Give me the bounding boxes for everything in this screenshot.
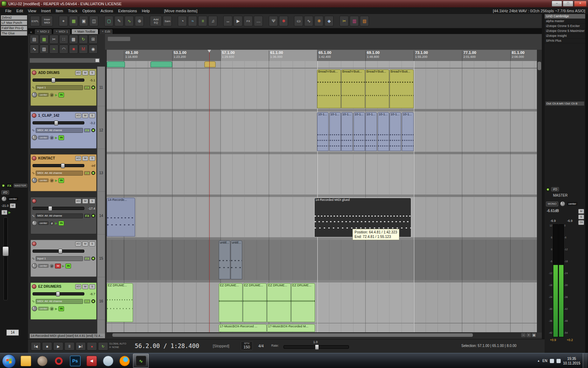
monitor-icon[interactable]: ▢ (104, 16, 113, 26)
track-panel-11[interactable]: ADD DRUMSI/OMS-5.1∿Input 1FXcenterø▶IN (30, 69, 97, 106)
master-gain-readout[interactable]: -6.61dB (547, 209, 559, 213)
track-number[interactable]: 16 (97, 282, 105, 320)
dots-icon[interactable]: ∷ (59, 35, 68, 44)
misc-icon[interactable]: ▧ (360, 16, 369, 26)
horizontal-scrollbar[interactable]: − + ▣ (107, 333, 537, 338)
media-item[interactable]: 10-1... (378, 112, 389, 151)
piano-roll-icon[interactable]: ♫ (208, 16, 217, 26)
monitor-play-icon[interactable]: ▶ (62, 264, 64, 268)
scroll-box[interactable] (96, 59, 99, 62)
firefox-taskbar-button[interactable] (117, 354, 132, 368)
scissors-icon[interactable]: ✂ (49, 35, 58, 44)
go-to-end-button[interactable]: ▶I (76, 342, 86, 350)
master-power-icon[interactable] (546, 188, 550, 191)
phase-button[interactable]: ø (50, 178, 54, 183)
track-input-selector[interactable]: Input 1 (36, 256, 83, 261)
matrix-icon[interactable]: ▩ (69, 35, 78, 44)
track-panel-13[interactable]: KONTACTI/OMS-inf∿MIDI: All: All channeFX… (30, 154, 97, 191)
maximize-button[interactable]: □ (563, 1, 573, 7)
track-input-selector[interactable]: MIDI: All: All channe (36, 171, 83, 176)
record-mode-icon[interactable]: ✱ (279, 16, 288, 26)
pause-button[interactable]: II (64, 342, 75, 350)
zoom-icon[interactable]: ⊕ (135, 16, 144, 26)
record-arm-button[interactable] (32, 70, 36, 75)
record-arm-button[interactable] (32, 156, 36, 161)
track-panel-12[interactable]: 1_CLAP_142I/OMS-3.2∿MIDI: All: All chann… (30, 111, 97, 149)
track-volume-slider[interactable] (33, 292, 84, 295)
track-io-button[interactable]: I/O (75, 241, 81, 246)
pan-knob[interactable] (32, 178, 37, 183)
tray-expand-icon[interactable]: ▲ (537, 359, 540, 362)
menu-view[interactable]: View (26, 9, 39, 13)
fx-power-icon[interactable] (91, 171, 95, 175)
transport-time-display[interactable]: 56.2.00 / 1:28.400 (135, 342, 199, 349)
track-volume-slider[interactable] (33, 164, 84, 167)
track-volume-slider[interactable] (33, 121, 84, 124)
track-mute-button[interactable]: M (82, 113, 88, 118)
track-mute-button[interactable]: M (82, 241, 88, 246)
master-routing-readout[interactable]: Out: Ch A left / Out: Ch B (545, 101, 584, 106)
master-fx-item[interactable]: SPAN Plus (545, 39, 585, 43)
track-number[interactable]: 15 (97, 240, 105, 277)
track-volume-slider[interactable] (33, 79, 84, 82)
master-io-button[interactable]: I/O (1, 190, 9, 195)
track-volume-slider[interactable] (33, 250, 84, 253)
sampler-button[interactable]: Sam (163, 16, 172, 26)
marquee-icon[interactable]: ▧ (40, 45, 49, 54)
audio-status-readout[interactable]: [44.1kHz 24bit WAV : 0/2ch 256spls ~7.7/… (493, 9, 585, 13)
fx-power-icon[interactable] (91, 214, 95, 218)
tab-edit[interactable]: ✕Edit (99, 29, 113, 34)
master-fx-button[interactable]: FX (6, 184, 13, 188)
volume-slider-handle[interactable] (48, 206, 52, 211)
phase-button[interactable]: ø (50, 264, 54, 268)
mute2-icon[interactable]: M (79, 45, 88, 54)
media-item[interactable]: EZ DRUME... (219, 283, 243, 322)
java-taskbar-button[interactable] (100, 354, 116, 368)
track-mute-button[interactable]: M (82, 156, 88, 161)
track-input-selector[interactable]: MIDI: All: All channe (36, 128, 83, 133)
media-item[interactable]: Bread'n'Butt... (365, 69, 389, 108)
language-indicator[interactable]: EN (542, 359, 547, 363)
track-panel-scroll-strip[interactable] (30, 58, 100, 63)
selection-readout[interactable]: Selection: 57.1.00 | 65.1.00 | 8.0.00 (461, 344, 517, 348)
track-number[interactable]: 13 (97, 154, 105, 192)
media-item[interactable]: 17-MusicBOX-Recorced ... (219, 324, 267, 332)
phase-button[interactable]: ø (50, 136, 54, 140)
media-item[interactable]: Bread'n'Butt... (390, 69, 414, 108)
record-button[interactable]: ● (87, 342, 97, 350)
track-name[interactable]: EZ DRUMERS (37, 285, 74, 288)
media-item[interactable] (107, 61, 125, 67)
rate-slider-handle[interactable] (315, 345, 319, 350)
phase-button[interactable]: ø (50, 307, 54, 311)
menu-track[interactable]: Track (65, 9, 80, 13)
phase-button[interactable]: ø (50, 93, 54, 97)
bpm-value[interactable]: 150 (241, 345, 252, 349)
meter-solo-button[interactable]: S (578, 214, 584, 219)
menu-extensions[interactable]: Extensions (115, 9, 139, 13)
tab-close-icon[interactable]: ✕ (74, 30, 76, 33)
media-item[interactable]: Bread'n'Butt... (341, 69, 365, 108)
track-fx-button[interactable]: FX (84, 128, 90, 132)
track-fx-button[interactable]: FX (84, 257, 90, 261)
timeline-ruler[interactable]: 49.1.001:16.80053.1.001:23.20057.1.001:2… (107, 50, 537, 61)
photoshop-taskbar-button[interactable]: Ps (67, 354, 83, 368)
media-item[interactable]: 10-1... (354, 112, 365, 151)
pencil-icon[interactable]: ✎ (114, 16, 124, 26)
routing-icon[interactable]: ▣ (79, 16, 88, 26)
microphone-icon[interactable]: Ψ (269, 16, 278, 26)
track-io-button[interactable]: I/O (75, 113, 81, 118)
track-panel-15[interactable]: I/OMS∿Input 1FXcenterøM▶IN (30, 240, 97, 277)
left-fx-item[interactable]: Zebra2 (1, 15, 27, 20)
tab-close-icon[interactable]: ✕ (102, 30, 104, 33)
record-input-button[interactable]: IN (58, 135, 64, 140)
volume-slider-handle[interactable] (56, 292, 60, 297)
tray-icon-volume[interactable] (556, 359, 561, 363)
track-number[interactable]: 12 (97, 111, 105, 149)
record-input-button[interactable]: IN (58, 93, 64, 97)
track-panel-14[interactable]: I/OMS-17.4∿MIDI: All: All channeFXcenter… (30, 197, 97, 234)
master-io-button-right[interactable]: I/O (551, 187, 559, 191)
master-solo-button[interactable]: S (1, 210, 7, 215)
pan-knob[interactable] (32, 263, 37, 268)
red-media-app-taskbar-button[interactable]: ◀ (84, 354, 99, 368)
volume-slider-handle[interactable] (61, 163, 65, 168)
